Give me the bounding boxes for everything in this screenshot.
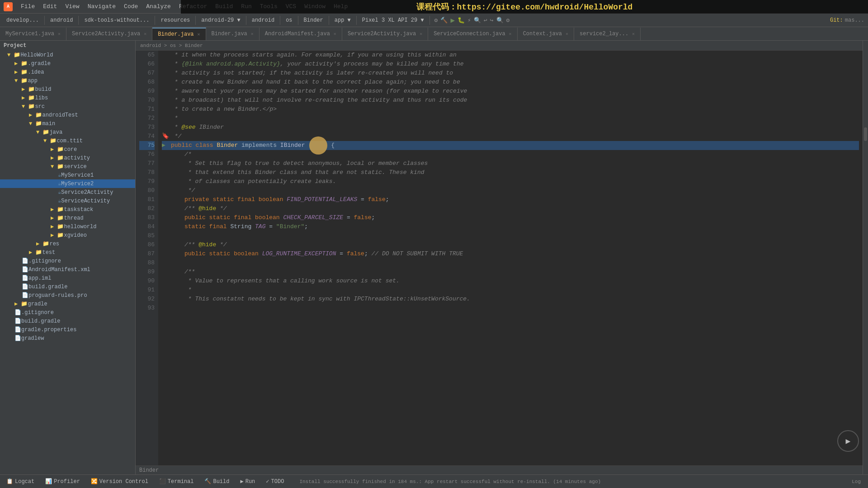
run-tab-btn[interactable]: ▶ Run bbox=[237, 477, 258, 486]
toolbar-resources[interactable]: resources bbox=[158, 16, 193, 24]
menu-file[interactable]: File bbox=[17, 2, 38, 11]
tree-item-myservice1[interactable]: ☕ MyService1 bbox=[0, 171, 135, 179]
tab-context[interactable]: Context.java ✕ bbox=[518, 28, 574, 40]
tab-label: service2_lay... bbox=[580, 31, 628, 37]
tab-myservice1[interactable]: MyService1.java ✕ bbox=[0, 28, 66, 40]
run-button[interactable]: ▶ bbox=[450, 16, 455, 25]
tree-label: app.iml bbox=[28, 275, 51, 282]
tree-item-myservice2[interactable]: ☕ MyService2 bbox=[0, 179, 135, 188]
tree-item-thread[interactable]: ▶ 📁 thread bbox=[0, 214, 135, 222]
tree-item-gradle-dir[interactable]: ▶ 📁 gradle bbox=[0, 300, 135, 308]
toolbar-develop[interactable]: develop... bbox=[4, 16, 42, 24]
tree-item-src[interactable]: ▼ 📁 src bbox=[0, 102, 135, 111]
tree-item-main[interactable]: ▼ 📁 main bbox=[0, 119, 135, 128]
terminal-btn[interactable]: ⬛ Terminal bbox=[156, 477, 197, 486]
tree-item-service2activity[interactable]: ☕ Service2Activity bbox=[0, 188, 135, 197]
tree-label: .gitignore bbox=[21, 310, 54, 316]
logcat-icon: 📋 bbox=[6, 478, 13, 485]
tree-item-service[interactable]: ▼ 📁 service bbox=[0, 162, 135, 171]
logcat-btn[interactable]: 📋 Logcat bbox=[4, 477, 37, 486]
folder-icon: ▶ 📁 bbox=[51, 223, 64, 230]
tree-item-app-iml[interactable]: 📄 app.iml bbox=[0, 274, 135, 282]
tree-label: test bbox=[42, 249, 55, 256]
tree-label: gradlew bbox=[21, 335, 44, 342]
tab-close[interactable]: ✕ bbox=[334, 31, 336, 37]
tree-label: proguard-rules.pro bbox=[28, 292, 87, 299]
toolbar-os[interactable]: os bbox=[283, 16, 295, 24]
tree-item-test[interactable]: ▶ 📁 test bbox=[0, 248, 135, 257]
menu-view[interactable]: View bbox=[61, 2, 83, 11]
tab-close[interactable]: ✕ bbox=[58, 31, 61, 37]
tree-item-build-gradle-root[interactable]: 📄 build.gradle bbox=[0, 317, 135, 325]
tree-item-androidmanifest-xml[interactable]: 📄 AndroidManifest.xml bbox=[0, 265, 135, 274]
tree-item-build[interactable]: ▶ 📁 build bbox=[0, 85, 135, 94]
tree-item-build-gradle[interactable]: 📄 build.gradle bbox=[0, 282, 135, 291]
tab-close[interactable]: ✕ bbox=[566, 31, 568, 37]
tree-item-idea[interactable]: ▶ 📁 .idea bbox=[0, 68, 135, 76]
code-content[interactable]: * it when the process starts again. For … bbox=[158, 51, 863, 465]
menu-analyze[interactable]: Analyze bbox=[142, 2, 175, 11]
video-play-button[interactable]: ▶ bbox=[837, 430, 859, 452]
tree-item-taskstack[interactable]: ▶ 📁 taskstack bbox=[0, 205, 135, 214]
todo-btn[interactable]: ✓ TODO bbox=[263, 477, 287, 486]
tree-item-xgvideo[interactable]: ▶ 📁 xgvideo bbox=[0, 231, 135, 239]
tab-service2activity-prev[interactable]: Service2Activity.java ✕ bbox=[66, 28, 152, 40]
tab-close[interactable]: ✕ bbox=[144, 31, 146, 37]
tree-item-core[interactable]: ▶ 📁 core bbox=[0, 145, 135, 154]
tab-binder-active[interactable]: Binder.java ✕ bbox=[152, 28, 206, 40]
log-label: Log bbox=[852, 479, 861, 484]
code-line: * Value to represents that a calling wor… bbox=[162, 277, 859, 286]
tree-item-gitignore-root[interactable]: 📄 .gitignore bbox=[0, 308, 135, 317]
tree-label: androidTest bbox=[42, 112, 78, 118]
tree-item-libs[interactable]: ▶ 📁 libs bbox=[0, 94, 135, 102]
tree-item-serviceactivity[interactable]: ☕ ServiceActivity bbox=[0, 197, 135, 205]
tree-item-androidtest[interactable]: ▶ 📁 androidTest bbox=[0, 111, 135, 119]
version-control-btn[interactable]: 🔀 Version Control bbox=[88, 477, 151, 486]
tab-label: MyService1.java bbox=[5, 31, 54, 37]
folder-icon: ▶ 📁 bbox=[51, 232, 64, 239]
tree-item-gradle-props[interactable]: 📄 gradle.properties bbox=[0, 325, 135, 334]
tab-close[interactable]: ✕ bbox=[509, 31, 512, 37]
tree-item-activity[interactable]: ▶ 📁 activity bbox=[0, 154, 135, 162]
code-line: * activity is not started; if the activi… bbox=[162, 69, 859, 78]
profiler-btn[interactable]: 📊 Profiler bbox=[42, 477, 83, 486]
tree-item-comttit[interactable]: ▼ 📁 com.ttit bbox=[0, 136, 135, 145]
menu-edit[interactable]: Edit bbox=[39, 2, 61, 11]
tab-androidmanifest[interactable]: AndroidManifest.java ✕ bbox=[259, 28, 342, 40]
tab-close[interactable]: ✕ bbox=[198, 32, 200, 37]
tree-item-gitignore-app[interactable]: 📄 .gitignore bbox=[0, 257, 135, 265]
tab-serviceconnection[interactable]: ServiceConnection.java ✕ bbox=[428, 28, 517, 40]
tab-close[interactable]: ✕ bbox=[632, 31, 635, 37]
toolbar-sdk[interactable]: sdk-tools-without... bbox=[81, 16, 152, 24]
tree-item-helloworld-pkg[interactable]: ▶ 📁 helloworld bbox=[0, 222, 135, 231]
toolbar-device[interactable]: Pixel 3 XL API 29 ▼ bbox=[359, 16, 427, 24]
code-area[interactable]: 65 66 67 68 69 70 71 72 73 74 75 76 77 7… bbox=[136, 51, 863, 465]
code-line: static final String TAG = "Binder"; bbox=[162, 222, 859, 231]
code-line: * that extend this Binder class and that… bbox=[162, 168, 859, 177]
toolbar-app[interactable]: app ▼ bbox=[332, 16, 354, 24]
menu-navigate[interactable]: Navigate bbox=[84, 2, 119, 11]
tree-item-helloworld[interactable]: ▼ 📁 HelloWorld bbox=[0, 51, 135, 59]
tree-item-proguard[interactable]: 📄 proguard-rules.pro bbox=[0, 291, 135, 300]
xml-icon: 📄 bbox=[22, 266, 28, 273]
toolbar-android[interactable]: android bbox=[47, 16, 75, 24]
tree-item-app[interactable]: ▼ 📁 app bbox=[0, 76, 135, 85]
toolbar-api[interactable]: android-29 ▼ bbox=[198, 16, 243, 24]
tab-close[interactable]: ✕ bbox=[251, 31, 254, 37]
tree-label: thread bbox=[64, 215, 83, 221]
build-btn[interactable]: 🔨 Build bbox=[202, 477, 232, 486]
tree-label: AndroidManifest.xml bbox=[28, 267, 90, 273]
tree-item-gradle[interactable]: ▶ 📁 .gradle bbox=[0, 59, 135, 68]
tree-label: app bbox=[28, 78, 38, 84]
tree-item-java[interactable]: ▼ 📁 java bbox=[0, 128, 135, 136]
tree-item-gradlew[interactable]: 📄 gradlew bbox=[0, 334, 135, 343]
toolbar-binder[interactable]: Binder bbox=[301, 16, 326, 24]
tree-item-res[interactable]: ▶ 📁 res bbox=[0, 239, 135, 248]
tab-binder2[interactable]: Binder.java ✕ bbox=[206, 28, 259, 40]
tree-label: .idea bbox=[28, 69, 44, 75]
tab-close[interactable]: ✕ bbox=[420, 31, 422, 37]
menu-code[interactable]: Code bbox=[120, 2, 142, 11]
toolbar-android2[interactable]: android bbox=[249, 16, 277, 24]
tab-service2activity2[interactable]: Service2Activity.java ✕ bbox=[342, 28, 428, 40]
tab-service2lay[interactable]: service2_lay... ✕ bbox=[574, 28, 641, 40]
